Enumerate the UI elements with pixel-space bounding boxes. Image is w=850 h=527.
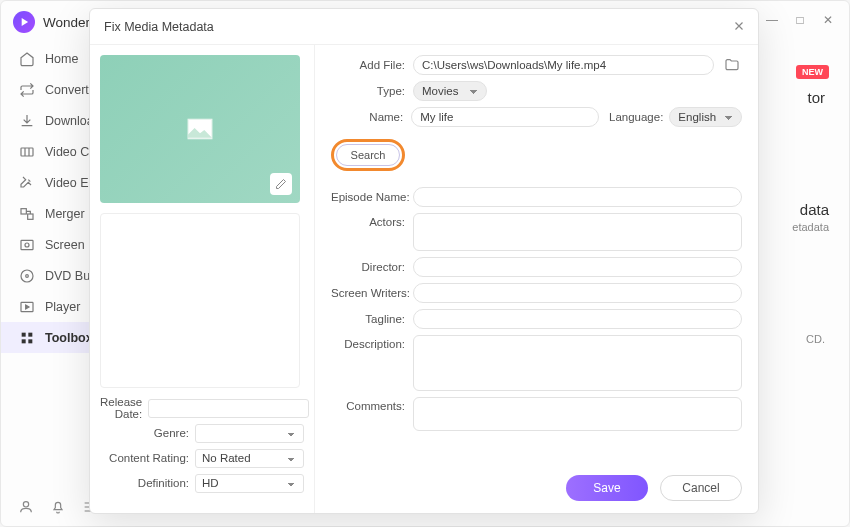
comments-label: Comments:	[331, 397, 413, 412]
modal-body: Release Date: Genre: Content Rating:No R…	[90, 45, 758, 513]
right-column: Add File: Type: Movies Name: Language: E…	[315, 45, 758, 513]
folder-icon[interactable]	[722, 55, 742, 75]
search-button[interactable]: Search	[336, 144, 400, 166]
actors-label: Actors:	[331, 213, 413, 228]
tagline-label: Tagline:	[331, 313, 413, 325]
language-select[interactable]: English	[669, 107, 742, 127]
director-input[interactable]	[413, 257, 742, 277]
left-column: Release Date: Genre: Content Rating:No R…	[90, 45, 315, 513]
thumbnail	[100, 55, 300, 203]
release-label: Release Date:	[100, 396, 148, 420]
cancel-button[interactable]: Cancel	[660, 475, 742, 501]
type-label: Type:	[331, 85, 413, 97]
modal-header: Fix Media Metadata	[90, 9, 758, 45]
episode-label: Episode Name:	[331, 191, 413, 203]
modal-actions: Save Cancel	[331, 465, 742, 501]
episode-input[interactable]	[413, 187, 742, 207]
name-label: Name:	[331, 111, 411, 123]
genre-select[interactable]	[195, 424, 304, 443]
tagline-input[interactable]	[413, 309, 742, 329]
modal-title: Fix Media Metadata	[104, 20, 214, 34]
close-icon[interactable]	[732, 19, 746, 37]
preview-box	[100, 213, 300, 388]
search-highlight: Search	[331, 139, 405, 171]
writers-input[interactable]	[413, 283, 742, 303]
type-select[interactable]: Movies	[413, 81, 487, 101]
comments-input[interactable]	[413, 397, 742, 431]
modal-overlay: Fix Media Metadata Release Date: Genre: …	[0, 0, 850, 527]
edit-icon[interactable]	[270, 173, 292, 195]
description-input[interactable]	[413, 335, 742, 391]
addfile-input[interactable]	[413, 55, 714, 75]
release-date-input[interactable]	[148, 399, 309, 418]
save-button[interactable]: Save	[566, 475, 648, 501]
director-label: Director:	[331, 261, 413, 273]
left-form: Release Date: Genre: Content Rating:No R…	[100, 396, 304, 496]
actors-input[interactable]	[413, 213, 742, 251]
description-label: Description:	[331, 335, 413, 350]
name-input[interactable]	[411, 107, 599, 127]
image-icon	[187, 118, 213, 140]
rating-select[interactable]: No Rated	[195, 449, 304, 468]
search-container: Search	[331, 139, 742, 171]
definition-select[interactable]: HD	[195, 474, 304, 493]
metadata-modal: Fix Media Metadata Release Date: Genre: …	[89, 8, 759, 514]
writers-label: Screen Writers:	[331, 287, 413, 299]
addfile-label: Add File:	[331, 59, 413, 71]
rating-label: Content Rating:	[100, 452, 195, 464]
language-label: Language:	[609, 111, 663, 123]
definition-label: Definition:	[100, 477, 195, 489]
genre-label: Genre:	[100, 427, 195, 439]
